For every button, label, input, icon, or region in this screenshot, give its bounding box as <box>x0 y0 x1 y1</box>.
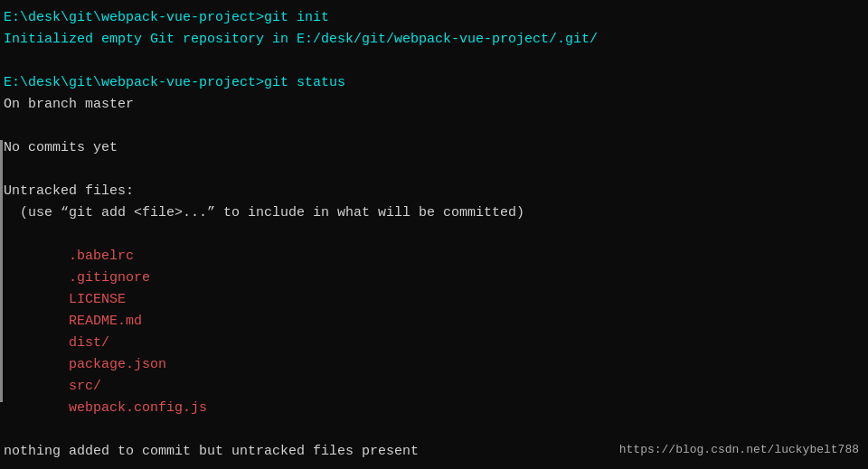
line-1: E:\desk\git\webpack-vue-project>git init <box>4 7 864 29</box>
line-18: src/ <box>4 376 864 398</box>
line-20 <box>4 419 864 441</box>
line-8 <box>4 159 864 181</box>
line-12: .babelrc <box>4 246 864 267</box>
line-6 <box>4 116 864 137</box>
line-15: README.md <box>4 311 864 333</box>
line-16: dist/ <box>4 333 864 354</box>
line-14: LICENSE <box>4 289 864 311</box>
watermark: https://blog.csdn.net/luckybelt788 <box>619 441 859 460</box>
left-border-accent <box>0 140 3 402</box>
line-17: package.json <box>4 354 864 376</box>
line-9: Untracked files: <box>4 181 864 202</box>
line-5: On branch master <box>4 94 864 116</box>
line-3 <box>4 51 864 72</box>
line-2: Initialized empty Git repository in E:/d… <box>4 29 864 51</box>
line-7: No commits yet <box>4 137 864 159</box>
line-13: .gitignore <box>4 267 864 289</box>
line-4: E:\desk\git\webpack-vue-project>git stat… <box>4 72 864 94</box>
line-11 <box>4 224 864 246</box>
terminal-window: E:\desk\git\webpack-vue-project>git init… <box>0 0 868 469</box>
line-10: (use “git add <file>...” to include in w… <box>4 202 864 224</box>
line-19: webpack.config.js <box>4 398 864 419</box>
